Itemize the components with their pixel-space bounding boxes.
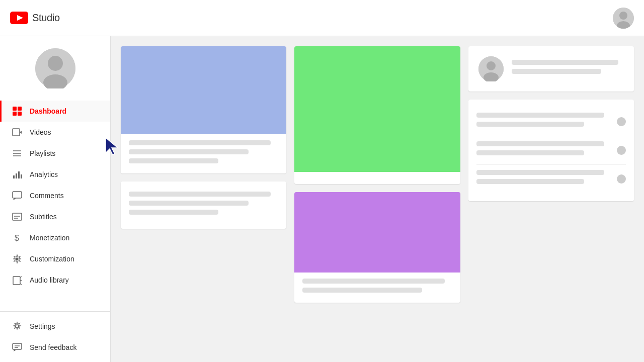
svg-point-6 [48, 56, 63, 71]
svg-rect-19 [18, 171, 20, 178]
skeleton-line [129, 158, 218, 163]
list-item-lines [476, 170, 611, 188]
sidebar-item-playlists[interactable]: Playlists [0, 143, 110, 164]
settings-label: Settings [30, 322, 55, 330]
svg-rect-21 [13, 192, 22, 198]
card-avatar [478, 56, 504, 81]
skeleton-line [302, 288, 422, 293]
svg-rect-23 [13, 213, 22, 220]
list-item-row [476, 108, 626, 136]
skeleton-line [476, 150, 584, 155]
dashboard-label: Dashboard [30, 107, 66, 115]
send-feedback-label: Send feedback [30, 343, 76, 351]
sidebar-item-monetization[interactable]: $ Monetization [0, 227, 110, 248]
skeleton-line [476, 170, 604, 175]
sidebar-item-dashboard[interactable]: Dashboard [0, 101, 110, 122]
svg-rect-28 [13, 277, 20, 285]
sidebar-profile [0, 36, 110, 101]
svg-rect-10 [13, 112, 17, 116]
left-column [121, 46, 286, 352]
user-avatar[interactable] [613, 8, 634, 29]
list-item-lines [476, 113, 611, 131]
analytics-icon [12, 169, 23, 180]
skeleton-line [129, 140, 271, 145]
sidebar-item-videos[interactable]: Videos [0, 122, 110, 143]
svg-rect-11 [18, 112, 22, 116]
svg-point-27 [16, 258, 19, 260]
svg-rect-33 [13, 343, 22, 349]
avatar-card-lines [512, 60, 624, 78]
skeleton-line [476, 113, 604, 118]
card-green-thumbnail [294, 46, 460, 172]
card-purple[interactable] [294, 192, 460, 303]
sidebar-nav: Dashboard Videos Playlists [0, 101, 110, 311]
list-item-circle [617, 117, 626, 126]
person-icon [613, 8, 634, 29]
avatar-card[interactable] [468, 46, 634, 92]
card-2[interactable] [121, 182, 286, 229]
card-green-content [294, 172, 460, 184]
sidebar-item-comments[interactable]: Comments [0, 185, 110, 206]
dashboard-icon [12, 106, 23, 117]
skeleton-line [512, 69, 602, 74]
card-purple-thumbnail [294, 192, 460, 273]
channel-avatar [35, 48, 75, 88]
list-item-circle [617, 146, 626, 155]
card-2-content [121, 182, 286, 229]
skeleton-line [129, 201, 249, 206]
videos-label: Videos [30, 128, 51, 136]
card-1[interactable] [121, 46, 286, 173]
svg-rect-12 [13, 129, 20, 136]
card-1-content [121, 134, 286, 173]
skeleton-line [476, 122, 584, 127]
sidebar: Dashboard Videos Playlists [0, 36, 111, 362]
sidebar-bottom: Settings Send feedback [0, 311, 110, 362]
list-item-circle [617, 174, 626, 184]
studio-label: Studio [32, 12, 60, 24]
customization-icon [12, 253, 23, 264]
subtitles-label: Subtitles [30, 213, 57, 221]
main-content [111, 36, 644, 362]
list-card-1[interactable] [468, 100, 634, 201]
svg-point-3 [619, 12, 627, 20]
sidebar-item-subtitles[interactable]: Subtitles [0, 206, 110, 227]
right-column [468, 46, 634, 352]
card-1-thumbnail [121, 46, 286, 134]
skeleton-line [476, 141, 604, 146]
svg-text:$: $ [15, 234, 19, 242]
svg-point-32 [16, 325, 19, 328]
settings-icon [12, 321, 23, 332]
svg-rect-8 [13, 107, 17, 111]
skeleton-line [129, 149, 249, 154]
monetization-label: Monetization [30, 234, 69, 242]
skeleton-line [302, 279, 444, 284]
videos-icon [12, 127, 23, 138]
sidebar-item-send-feedback[interactable]: Send feedback [0, 337, 110, 358]
svg-rect-20 [21, 174, 22, 178]
header: Studio [0, 0, 644, 36]
monetization-icon: $ [12, 232, 23, 243]
skeleton-line [476, 179, 584, 184]
sidebar-item-settings[interactable]: Settings [0, 316, 110, 337]
analytics-label: Analytics [30, 170, 58, 178]
subtitles-icon [12, 211, 23, 222]
playlists-icon [12, 148, 23, 159]
customization-label: Customization [30, 255, 74, 263]
youtube-logo-icon [10, 12, 28, 24]
logo[interactable]: Studio [10, 12, 60, 24]
sidebar-item-customization[interactable]: Customization [0, 248, 110, 269]
svg-rect-17 [13, 175, 15, 178]
middle-column [294, 46, 460, 352]
audio-library-label: Audio library [30, 276, 69, 284]
svg-rect-9 [18, 107, 22, 111]
audio-library-icon [12, 275, 23, 286]
svg-rect-18 [16, 173, 17, 178]
skeleton-line [512, 60, 618, 65]
sidebar-item-audio-library[interactable]: Audio library [0, 269, 110, 291]
card-green[interactable] [294, 46, 460, 184]
comments-label: Comments [30, 192, 64, 200]
list-item-lines [476, 141, 611, 159]
sidebar-item-analytics[interactable]: Analytics [0, 164, 110, 185]
playlists-label: Playlists [30, 149, 55, 157]
list-item-row [476, 136, 626, 165]
